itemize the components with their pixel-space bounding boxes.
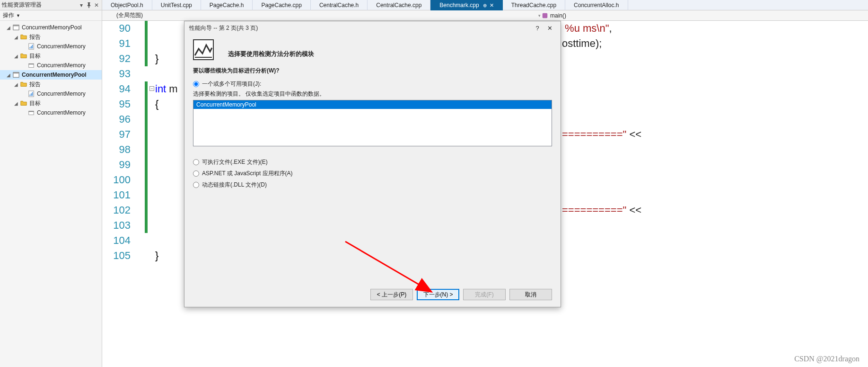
svg-rect-1 [13,25,19,27]
radio-label: 动态链接库(.DLL 文件)(D) [202,181,267,189]
svg-rect-12 [31,93,32,96]
folder-icon [20,52,27,60]
next-button[interactable]: 下一步(N) > [417,289,459,300]
collapse-icon[interactable]: ◢ [6,25,11,30]
tab-threadcache[interactable]: ThreadCache.cpp [503,0,565,10]
function-icon [542,12,548,19]
dialog-subtitle: 选择要使用检测方法分析的模块 [228,41,314,58]
code-text: , [609,22,612,34]
radio-input[interactable] [193,170,199,177]
tab-concurrentalloc[interactable]: ConcurrentAlloc.h [565,0,628,10]
code-string: ==========" [562,204,626,216]
outline-collapse-icon[interactable]: − [149,86,154,91]
project-list-item[interactable]: ConcurrentMemoryPool [193,100,552,109]
tab-label: UnitTest.cpp [161,2,192,9]
tab-label: ObjectPool.h [111,2,143,9]
dropdown-arrow-icon: ▾ [538,13,541,18]
tree-label: ConcurrentMemoryPool [21,24,82,31]
code-brace: { [155,98,158,110]
folder-icon [20,99,27,107]
collapse-icon[interactable]: ◢ [13,82,19,87]
tree-target-item[interactable]: ConcurrentMemory [0,61,102,70]
radio-executable[interactable]: 可执行文件(.EXE 文件)(E) [193,157,552,167]
close-tab-icon[interactable]: ✕ [490,2,494,9]
dialog-body: 要以哪些模块为目标进行分析(W)? 一个或多个可用项目(J): 选择要检测的项目… [184,60,561,190]
radio-input[interactable] [193,159,199,165]
collapse-icon[interactable]: ◢ [6,72,11,78]
panel-titlebar: 性能资源管理器 ▾ ✕ [0,0,102,10]
code-text: << [626,204,641,216]
tree-report-item[interactable]: ConcurrentMemory [0,42,102,51]
tree-report-item[interactable]: ConcurrentMemory [0,89,102,98]
project-list[interactable]: ConcurrentMemoryPool [193,100,552,146]
code-brace: } [155,250,158,261]
radio-input[interactable] [193,81,199,87]
finish-button: 完成(F) [463,289,506,300]
code-string: %u ms\n" [562,22,609,34]
code-text: << [626,128,641,140]
code-brace: } [155,53,158,64]
tree-folder-reports[interactable]: ◢ 报告 [0,32,102,42]
panel-title: 性能资源管理器 [2,1,78,9]
tab-centralcache-h[interactable]: CentralCache.h [311,0,368,10]
change-indicator [145,21,148,66]
pin-icon[interactable] [86,2,92,9]
help-icon[interactable]: ? [531,23,544,33]
previous-button[interactable]: < 上一步(P) [370,289,413,300]
close-panel-icon[interactable]: ✕ [93,2,100,9]
collapse-icon[interactable]: ◢ [13,101,19,106]
tab-label: Benchmark.cpp [439,2,479,9]
line-number: 93 [102,66,131,81]
tree-target-item[interactable]: ConcurrentMemory [0,108,102,117]
tab-label: ConcurrentAlloc.h [574,2,619,9]
collapse-icon[interactable]: ◢ [13,54,19,59]
pin-icon[interactable]: ⊕ [483,3,487,8]
operations-dropdown[interactable]: 操作 ▼ [0,10,102,21]
tree-folder-reports[interactable]: ◢ 报告 [0,80,102,89]
radio-label: 可执行文件(.EXE 文件)(E) [202,158,268,166]
dropdown-icon[interactable]: ▾ [78,2,85,9]
dialog-titlebar[interactable]: 性能向导 -- 第 2 页(共 3 页) ? ✕ [184,21,561,35]
tree-folder-targets[interactable]: ◢ 目标 [0,98,102,108]
line-number: 103 [102,218,131,233]
tree-root-item-selected[interactable]: ◢ ConcurrentMemoryPool [0,70,102,80]
tree-label: ConcurrentMemory [36,90,86,97]
tree-label: 报告 [28,33,41,41]
tab-pagecache-h[interactable]: PageCache.h [201,0,253,10]
cancel-button[interactable]: 取消 [509,289,552,300]
tab-benchmark[interactable]: Benchmark.cpp ⊕ ✕ [430,0,502,10]
line-number: 91 [102,36,131,51]
performance-wizard-dialog: 性能向导 -- 第 2 页(共 3 页) ? ✕ 选择要使用检测方法分析的模块 … [184,21,561,307]
dialog-title: 性能向导 -- 第 2 页(共 3 页) [189,24,531,32]
svg-rect-13 [32,92,33,96]
tab-pagecache-cpp[interactable]: PageCache.cpp [253,0,310,10]
collapse-icon[interactable]: ◢ [13,35,19,40]
code-string: ==========" [562,128,626,140]
tab-objectpool[interactable]: ObjectPool.h [102,0,152,10]
line-number: 92 [102,51,131,66]
line-number: 99 [102,157,131,172]
scope-value: (全局范围) [116,12,143,18]
line-number: 97 [102,127,131,142]
radio-available-projects[interactable]: 一个或多个可用项目(J): [193,79,552,89]
code-text: osttime); [562,37,602,49]
svg-rect-3 [30,47,31,49]
radio-aspnet[interactable]: ASP.NET 或 JavaScript 应用程序(A) [193,168,552,179]
scope-dropdown[interactable]: (全局范围) [114,11,146,19]
close-icon[interactable]: ✕ [544,23,556,33]
tree-folder-targets[interactable]: ◢ 目标 [0,51,102,61]
function-dropdown[interactable]: ▾ main() [537,10,566,21]
radio-label: 一个或多个可用项目(J): [202,80,261,88]
tab-centralcache-cpp[interactable]: CentralCache.cpp [368,0,430,10]
tree-root-item[interactable]: ◢ ConcurrentMemoryPool [0,23,102,32]
change-indicator [145,81,148,233]
radio-dll[interactable]: 动态链接库(.DLL 文件)(D) [193,179,552,190]
radio-input[interactable] [193,182,199,188]
chevron-down-icon: ▼ [16,13,20,18]
line-gutter: 90 91 92 93 94 95 96 97 98 99 100 101 10… [102,21,145,367]
tab-unittest[interactable]: UnitTest.cpp [152,0,201,10]
target-icon [27,109,35,116]
svg-rect-11 [30,95,31,96]
target-icon [27,62,35,69]
tab-label: PageCache.cpp [261,2,301,9]
